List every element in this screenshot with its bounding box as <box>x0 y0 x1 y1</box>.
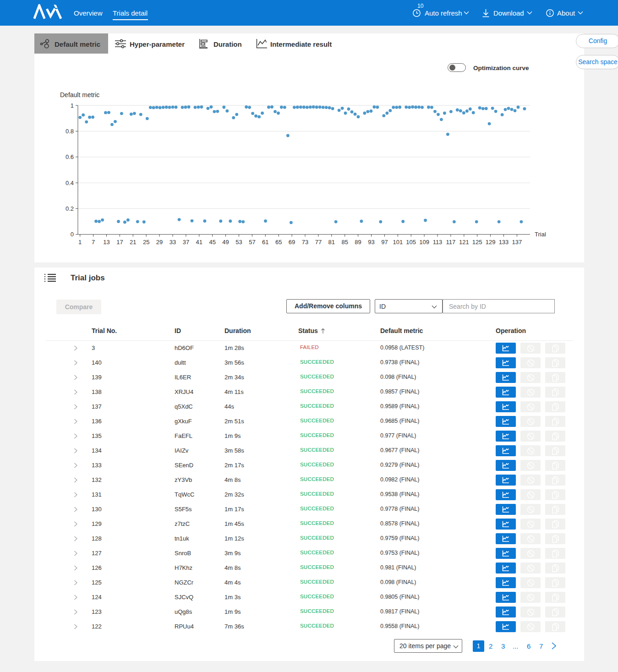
svg-text:29: 29 <box>156 239 163 246</box>
svg-text:97: 97 <box>381 239 388 246</box>
svg-text:0: 0 <box>71 231 74 238</box>
svg-text:109: 109 <box>419 239 429 246</box>
svg-text:137: 137 <box>512 239 522 246</box>
svg-text:41: 41 <box>196 239 202 246</box>
svg-text:93: 93 <box>368 239 374 246</box>
svg-text:69: 69 <box>289 239 295 246</box>
svg-text:1: 1 <box>71 102 74 109</box>
svg-text:101: 101 <box>393 239 403 246</box>
svg-text:105: 105 <box>406 239 416 246</box>
svg-text:129: 129 <box>486 239 496 246</box>
svg-text:49: 49 <box>222 239 229 246</box>
svg-text:21: 21 <box>130 239 136 246</box>
svg-text:125: 125 <box>472 239 482 246</box>
svg-text:57: 57 <box>249 239 255 246</box>
svg-text:13: 13 <box>103 239 109 246</box>
svg-text:7: 7 <box>92 239 95 246</box>
svg-text:0.4: 0.4 <box>66 180 74 186</box>
svg-text:117: 117 <box>446 239 456 246</box>
svg-text:89: 89 <box>355 239 361 246</box>
svg-text:0.2: 0.2 <box>66 205 74 212</box>
svg-text:0.8: 0.8 <box>66 128 74 135</box>
svg-text:Trial: Trial <box>535 231 546 238</box>
svg-text:33: 33 <box>170 239 176 246</box>
svg-text:1: 1 <box>78 239 82 246</box>
svg-text:17: 17 <box>116 239 123 246</box>
svg-text:37: 37 <box>183 239 189 246</box>
svg-text:77: 77 <box>315 239 322 246</box>
svg-text:25: 25 <box>143 239 149 246</box>
svg-text:45: 45 <box>209 239 215 246</box>
svg-text:121: 121 <box>459 239 469 246</box>
svg-text:65: 65 <box>275 239 282 246</box>
svg-text:0.6: 0.6 <box>66 153 74 160</box>
svg-text:53: 53 <box>235 239 242 246</box>
svg-text:81: 81 <box>328 239 335 246</box>
svg-text:61: 61 <box>262 239 268 246</box>
svg-text:133: 133 <box>499 239 509 246</box>
svg-text:85: 85 <box>341 239 348 246</box>
svg-text:113: 113 <box>433 239 443 246</box>
svg-text:73: 73 <box>302 239 308 246</box>
